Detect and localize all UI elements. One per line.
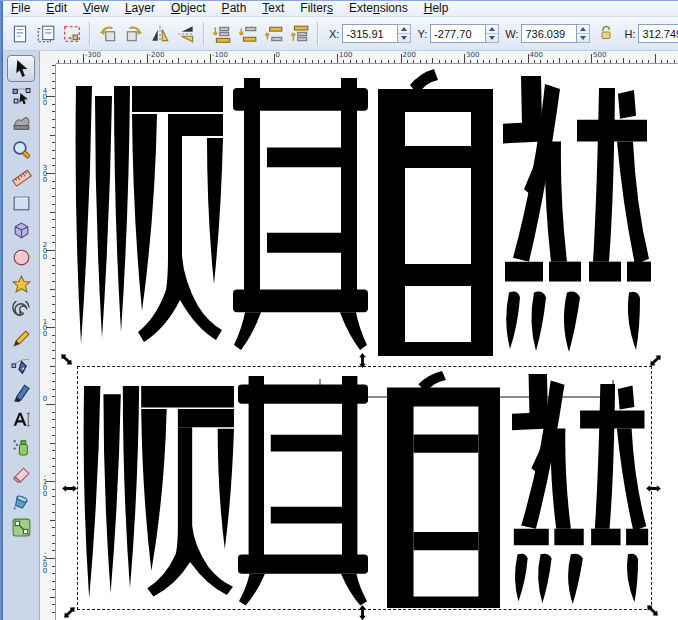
scale-handle-bottom-left[interactable]: [61, 604, 78, 620]
v-ruler-tick: [52, 419, 55, 420]
h-ruler-tick: [96, 60, 97, 63]
h-ruler-tick: [134, 60, 135, 63]
menu-object[interactable]: Object: [163, 1, 214, 17]
v-ruler-label: 300: [42, 165, 48, 183]
lower-to-bottom-icon: [212, 24, 232, 44]
menu-layer[interactable]: Layer: [117, 1, 163, 17]
spin-up-icon[interactable]: [398, 25, 410, 33]
tool-star[interactable]: [7, 271, 35, 298]
spin-up-icon[interactable]: [577, 25, 589, 33]
h-ruler-tick: [381, 60, 382, 63]
tool-tweak[interactable]: [7, 109, 35, 136]
menu-edit[interactable]: Edit: [38, 1, 75, 17]
h-ruler-tick: [153, 60, 154, 63]
raise-to-top-button[interactable]: [287, 21, 313, 47]
lock-ratio-toggle[interactable]: [598, 24, 614, 44]
tool-spray[interactable]: [7, 433, 35, 460]
rotate-ccw-button[interactable]: [95, 21, 121, 47]
h-ruler-tick: [299, 60, 300, 63]
tool-text[interactable]: [7, 406, 35, 433]
canvas[interactable]: 顺其自然 顺其自然: [56, 64, 678, 620]
h-ruler-tick: [559, 58, 560, 63]
menu-file[interactable]: File: [3, 1, 38, 17]
h-ruler-tick: [274, 54, 275, 63]
pencil-icon: [11, 328, 32, 349]
spin-down-icon[interactable]: [577, 33, 589, 42]
v-ruler-tick: [52, 88, 55, 89]
spin-down-icon[interactable]: [486, 33, 498, 42]
h-ruler-tick: [312, 60, 313, 63]
h-ruler-tick: [629, 60, 630, 63]
spin-down-icon[interactable]: [398, 33, 410, 42]
v-ruler-tick: [52, 304, 55, 305]
v-ruler-label: 0: [42, 396, 48, 402]
scale-handle-top-center[interactable]: [358, 353, 367, 368]
h-ruler-tick: [483, 60, 484, 63]
lower-to-bottom-button[interactable]: [209, 21, 235, 47]
glyph-qi-row1[interactable]: [233, 78, 368, 353]
flip-horizontal-button[interactable]: [147, 21, 173, 47]
h-ruler-label: -300: [85, 51, 101, 59]
tool-selector[interactable]: [7, 55, 35, 82]
tool-eraser[interactable]: [7, 460, 35, 487]
h-ruler-tick: [534, 60, 535, 63]
glyph-shun-row1[interactable]: [72, 86, 224, 351]
flip-vertical-button[interactable]: [173, 21, 199, 47]
lower-button[interactable]: [235, 21, 261, 47]
x-spinner[interactable]: [398, 24, 411, 43]
v-ruler-tick: [52, 165, 55, 166]
h-ruler-tick: [172, 60, 173, 63]
scale-handle-top-left[interactable]: [58, 351, 75, 368]
h-ruler-tick: [458, 60, 459, 63]
menu-filters[interactable]: Filters: [292, 1, 341, 17]
h-ruler-tick: [147, 54, 148, 63]
v-ruler-tick: [52, 158, 55, 159]
menu-view[interactable]: View: [75, 1, 117, 17]
w-spinner[interactable]: [577, 24, 590, 43]
tool-calligraphy[interactable]: [7, 379, 35, 406]
select-all-button[interactable]: [7, 21, 33, 47]
scale-handle-left-center[interactable]: [62, 484, 77, 493]
h-ruler-tick: [388, 60, 389, 63]
toolbar-separator: [89, 22, 91, 46]
y-input[interactable]: [430, 24, 486, 43]
tool-pencil[interactable]: [7, 325, 35, 352]
v-ruler-tick: [52, 535, 55, 536]
glyph-zi-row1[interactable]: [378, 69, 493, 356]
spin-up-icon[interactable]: [486, 25, 498, 33]
rotate-cw-button[interactable]: [121, 21, 147, 47]
menu-path[interactable]: Path: [214, 1, 255, 17]
scale-handle-right-center[interactable]: [646, 484, 661, 493]
tool-ellipse[interactable]: [7, 244, 35, 271]
scale-handle-bottom-center[interactable]: [358, 605, 367, 620]
tool-rectangle[interactable]: [7, 190, 35, 217]
menu-extensions[interactable]: Extensions: [341, 1, 416, 17]
tool-spiral[interactable]: [7, 298, 35, 325]
h-ruler-tick: [286, 60, 287, 63]
y-spinner[interactable]: [486, 24, 499, 43]
h-ruler-tick: [235, 60, 236, 63]
deselect-button[interactable]: [59, 21, 85, 47]
glyph-ran-row1[interactable]: [503, 76, 653, 352]
w-input[interactable]: [521, 24, 577, 43]
vertical-ruler[interactable]: 4003002001000-100-200: [40, 64, 56, 620]
tool-bezier-pen[interactable]: [7, 352, 35, 379]
horizontal-ruler[interactable]: -300-200-1000100200300400500: [56, 51, 678, 64]
h-ruler-tick: [369, 58, 370, 63]
menu-help[interactable]: Help: [416, 1, 457, 17]
tool-node-editor[interactable]: [7, 82, 35, 109]
tool-zoom[interactable]: [7, 136, 35, 163]
tool-connector[interactable]: [7, 514, 35, 541]
h-ruler-tick: [470, 60, 471, 63]
select-all-layers-button[interactable]: [33, 21, 59, 47]
menu-text[interactable]: Text: [254, 1, 292, 17]
tool-box-3d[interactable]: [7, 217, 35, 244]
x-input[interactable]: [342, 24, 398, 43]
v-ruler-tick: [52, 196, 55, 197]
h-input[interactable]: [638, 24, 678, 43]
raise-button[interactable]: [261, 21, 287, 47]
tool-measure[interactable]: [7, 163, 35, 190]
scale-handle-bottom-right[interactable]: [644, 602, 661, 619]
v-ruler-tick: [52, 227, 55, 228]
tool-paint-bucket[interactable]: [7, 487, 35, 514]
